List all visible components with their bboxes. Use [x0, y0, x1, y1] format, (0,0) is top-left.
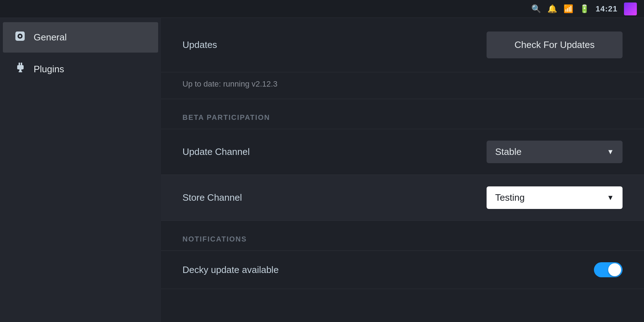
- svg-rect-3: [19, 63, 20, 65]
- avatar[interactable]: [624, 3, 637, 15]
- svg-rect-7: [19, 71, 22, 72]
- cast-icon[interactable]: 📶: [564, 4, 573, 14]
- update-channel-select[interactable]: Stable ▼: [487, 141, 623, 163]
- bell-icon[interactable]: 🔔: [547, 4, 557, 14]
- update-channel-chevron-icon: ▼: [607, 148, 614, 156]
- sidebar: General Plugins: [0, 18, 161, 322]
- main-layout: General Plugins Updates Check For Update…: [0, 18, 644, 322]
- store-channel-row: Store Channel Testing ▼: [161, 175, 644, 221]
- store-channel-label: Store Channel: [182, 192, 242, 203]
- svg-rect-4: [21, 63, 22, 65]
- svg-rect-6: [19, 69, 21, 71]
- update-channel-row: Update Channel Stable ▼: [161, 129, 644, 175]
- update-status-text: Up to date: running v2.12.3: [182, 79, 277, 88]
- sidebar-item-plugins[interactable]: Plugins: [3, 54, 158, 84]
- toggle-knob: [608, 263, 621, 276]
- decky-update-label: Decky update available: [182, 264, 279, 275]
- decky-update-row: Decky update available: [161, 251, 644, 289]
- check-updates-button[interactable]: Check For Updates: [487, 31, 623, 58]
- updates-row: Updates Check For Updates: [161, 18, 644, 72]
- store-channel-select[interactable]: Testing ▼: [487, 186, 623, 209]
- general-icon: [14, 30, 26, 45]
- notifications-section-header: NOTIFICATIONS: [161, 221, 644, 251]
- decky-update-toggle[interactable]: [594, 262, 623, 277]
- clock: 14:21: [596, 4, 618, 14]
- sidebar-plugins-label: Plugins: [34, 64, 64, 75]
- update-status: Up to date: running v2.12.3: [161, 72, 644, 99]
- topbar: 🔍 🔔 📶 🔋 14:21: [0, 0, 644, 18]
- update-channel-value: Stable: [495, 146, 522, 157]
- sidebar-general-label: General: [34, 32, 67, 43]
- beta-section-header: BETA PARTICIPATION: [161, 99, 644, 129]
- sidebar-item-general[interactable]: General: [3, 22, 158, 53]
- updates-label: Updates: [182, 39, 217, 50]
- update-channel-label: Update Channel: [182, 146, 250, 157]
- search-icon[interactable]: 🔍: [531, 4, 541, 14]
- svg-rect-5: [17, 65, 24, 69]
- store-channel-chevron-icon: ▼: [607, 194, 614, 202]
- battery-icon: 🔋: [580, 4, 589, 14]
- plugins-icon: [14, 62, 26, 77]
- store-channel-value: Testing: [495, 192, 525, 203]
- svg-point-2: [19, 35, 21, 37]
- content-area: Updates Check For Updates Up to date: ru…: [161, 18, 644, 322]
